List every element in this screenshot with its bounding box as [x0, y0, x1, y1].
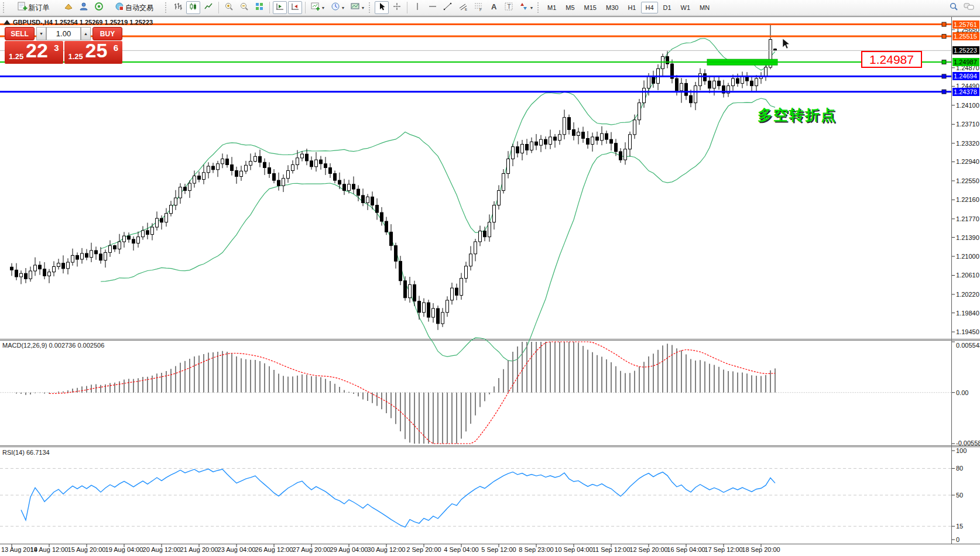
time-axis-label: 18 Sep 20:00 — [742, 546, 780, 553]
price-tick-label: 1.24100 — [956, 102, 979, 109]
timeframe-button-M5[interactable]: M5 — [561, 2, 578, 13]
chart-shift-icon — [275, 2, 285, 13]
toolbar-grip[interactable] — [165, 2, 168, 13]
ask-price-prefix: 1.25 — [68, 52, 83, 61]
timeframe-button-D1[interactable]: D1 — [659, 2, 676, 13]
rsi-axis-label: 15 — [956, 523, 963, 530]
price-tick-label: 1.22550 — [956, 177, 979, 184]
vertical-line-tool[interactable] — [410, 1, 424, 14]
trendline-icon — [443, 2, 453, 13]
price-tick-label: 1.21770 — [956, 215, 979, 222]
time-axis-label: 20 Aug 12:00 — [143, 546, 181, 553]
buy-button[interactable]: BUY — [92, 27, 122, 40]
sell-button[interactable]: SELL — [5, 27, 35, 40]
signal-icon — [94, 2, 104, 13]
ask-quote-button[interactable]: 1.25 25 6 — [64, 41, 123, 64]
timeframe-button-H4[interactable]: H4 — [641, 2, 657, 13]
time-axis-label: 21 Aug 20:00 — [180, 546, 218, 553]
autotrading-label: 自动交易 — [125, 3, 153, 13]
period-dropdown[interactable]: ▼ — [328, 1, 347, 14]
rsi-axis-label: 80 — [956, 465, 963, 472]
time-axis-label: 30 Aug 12:00 — [368, 546, 406, 553]
volume-increase-button[interactable]: ▲ — [81, 27, 91, 40]
bid-quote-button[interactable]: 1.25 22 3 — [5, 41, 63, 64]
chat-button[interactable] — [962, 1, 976, 14]
price-badge: 1.25515 — [952, 32, 979, 40]
price-badge: 1.24378 — [952, 88, 979, 96]
crosshair-tool-button[interactable] — [390, 1, 404, 14]
candlestick-chart-button[interactable] — [186, 1, 200, 14]
ask-price-pips: 25 — [85, 39, 108, 62]
fibonacci-icon: F — [474, 2, 483, 13]
macd-axis-label: -0.005583 — [956, 440, 980, 447]
price-tick-label: 1.20220 — [956, 291, 979, 298]
new-order-button[interactable]: 新订单 — [9, 1, 60, 14]
text-tool[interactable]: A — [486, 1, 501, 14]
timeframe-button-W1[interactable]: W1 — [677, 2, 695, 13]
autotrading-icon — [115, 2, 124, 13]
community-button[interactable] — [77, 1, 91, 14]
timeframe-button-H1[interactable]: H1 — [623, 2, 640, 13]
time-axis-label: 2 Sep 20:00 — [406, 546, 441, 553]
chart-text-annotation[interactable]: 多空转折点 — [758, 105, 837, 125]
bar-chart-button[interactable] — [171, 1, 185, 14]
signals-button[interactable] — [92, 1, 106, 14]
cursor-tool-button[interactable] — [375, 1, 389, 14]
ask-price-tenth: 6 — [114, 43, 118, 53]
timeframe-button-M15[interactable]: M15 — [580, 2, 601, 13]
template-dropdown[interactable]: ▼ — [348, 1, 367, 14]
timeframe-button-MN[interactable]: MN — [695, 2, 714, 13]
terminal-window: { "toolbar": { "new_order_label": "新订单",… — [0, 0, 980, 556]
volume-decrease-button[interactable]: ▼ — [36, 27, 46, 40]
search-button[interactable] — [947, 1, 961, 14]
label-tool[interactable]: T — [502, 1, 516, 14]
cursor-icon — [377, 2, 386, 13]
panel-separator[interactable] — [0, 338, 952, 341]
trendline-tool[interactable] — [441, 1, 455, 14]
text-icon: A — [489, 2, 498, 13]
clock-icon — [331, 2, 340, 13]
toolbar-grip[interactable] — [369, 2, 372, 13]
fibonacci-tool[interactable]: F — [471, 1, 485, 14]
timeframe-button-M1[interactable]: M1 — [543, 2, 560, 13]
price-tick-label: 1.21390 — [956, 234, 979, 241]
channel-tool[interactable]: E — [456, 1, 470, 14]
price-badge: 1.24694 — [952, 72, 979, 80]
volume-input[interactable] — [46, 27, 81, 40]
chart-title-overlay: GBPUSD-,H4 1.25254 1.25269 1.25219 1.252… — [13, 19, 153, 26]
line-chart-button[interactable] — [201, 1, 215, 14]
timeframe-button-M30[interactable]: M30 — [602, 2, 622, 13]
label-icon: T — [504, 2, 513, 13]
price-badge: 1.25761 — [952, 20, 979, 29]
toolbar-grip[interactable] — [537, 2, 540, 13]
panel-separator[interactable] — [0, 445, 952, 448]
time-axis-label: 23 Aug 04:00 — [218, 546, 256, 553]
chevron-down-icon: ▼ — [341, 6, 345, 10]
one-click-collapse-button[interactable] — [4, 20, 11, 25]
price-tick-label: 1.23320 — [956, 140, 979, 147]
new-chart-icon — [311, 2, 320, 13]
macd-indicator-label: MACD(12,26,9) 0.002736 0.002506 — [2, 342, 104, 349]
auto-scroll-icon — [290, 2, 300, 13]
bid-price-tenth: 3 — [54, 43, 59, 53]
tile-windows-icon — [255, 2, 264, 13]
zoom-in-button[interactable] — [222, 1, 236, 14]
hline-icon — [428, 2, 437, 13]
chart-shift-button[interactable] — [273, 1, 287, 14]
zoom-out-button[interactable] — [237, 1, 251, 14]
profiles-button[interactable] — [61, 1, 76, 14]
tile-windows-button[interactable] — [252, 1, 266, 14]
horizontal-line-tool[interactable] — [426, 1, 440, 14]
new-chart-dropdown[interactable]: ▼ — [309, 1, 327, 14]
autotrading-button[interactable]: 自动交易 — [107, 1, 163, 14]
price-callout-box[interactable]: 1.24987 — [861, 51, 922, 68]
shapes-dropdown[interactable]: ▼ — [517, 1, 536, 14]
time-axis-label: 29 Aug 04:00 — [330, 546, 368, 553]
toolbar-grip[interactable] — [3, 2, 6, 13]
chart-canvas[interactable] — [0, 0, 980, 556]
time-axis-label: 10 Sep 04:00 — [554, 546, 592, 553]
price-badge: 1.24987 — [952, 58, 979, 66]
auto-scroll-button[interactable] — [288, 1, 302, 14]
price-tick-label: 1.21000 — [956, 253, 979, 260]
timeframe-group: M1M5M15M30H1H4D1W1MN — [543, 2, 714, 13]
